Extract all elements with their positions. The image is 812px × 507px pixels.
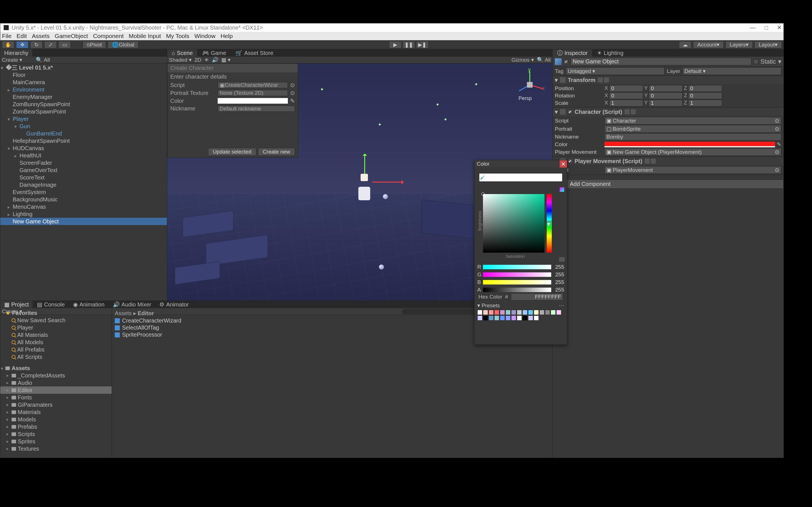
tab-scene[interactable]: ⌂ Scene <box>167 49 198 57</box>
preset-swatch[interactable] <box>534 316 539 321</box>
layout-dropdown[interactable]: Layout ▾ <box>755 41 782 48</box>
preset-swatch[interactable] <box>494 316 499 321</box>
character-script-field[interactable]: ▣ Character⊙ <box>605 117 781 124</box>
move-tool-icon[interactable]: ✥ <box>16 41 29 48</box>
titlebar[interactable]: Unity 5.x* - Level 01 5.x.unity - Nightm… <box>0 23 783 32</box>
hierarchy-item[interactable]: ▸Environment <box>0 86 167 93</box>
g-value[interactable]: 255 <box>553 272 564 278</box>
pos-x-input[interactable]: 0 <box>609 85 643 92</box>
menu-component[interactable]: Component <box>93 33 124 40</box>
help-icon[interactable] <box>645 159 650 164</box>
menu-window[interactable]: Window <box>194 33 215 40</box>
tab-lighting[interactable]: ☀ Lighting <box>592 49 628 57</box>
tab-assetstore[interactable]: 🛒 Asset Store <box>231 49 278 57</box>
character-enabled-checkbox[interactable]: ✔ <box>568 110 572 114</box>
scene-audio-icon[interactable]: 🔊 <box>212 57 218 63</box>
preset-swatch[interactable] <box>522 316 527 321</box>
r-value[interactable]: 255 <box>553 264 564 270</box>
preset-swatch[interactable] <box>556 310 561 315</box>
preset-swatch[interactable] <box>551 310 556 315</box>
preset-swatch[interactable] <box>517 316 522 321</box>
static-checkbox[interactable] <box>754 59 758 64</box>
close-icon[interactable]: ✕ <box>777 24 782 31</box>
character-playermovement-field[interactable]: ▣ New Game Object (PlayerMovement)⊙ <box>605 148 781 156</box>
menu-mobileinput[interactable]: Mobile Input <box>129 33 161 40</box>
wizard-color-swatch[interactable] <box>218 98 288 104</box>
b-slider[interactable] <box>483 280 551 284</box>
menu-mytools[interactable]: My Tools <box>166 33 189 40</box>
tab-console[interactable]: ▤ Console <box>33 301 69 308</box>
folder-item[interactable]: ▸Fonts <box>0 394 112 401</box>
help-icon[interactable] <box>598 77 603 82</box>
pause-button-icon[interactable]: ❚❚ <box>403 41 415 48</box>
scale-z-input[interactable]: 1 <box>688 100 722 107</box>
character-color-swatch[interactable] <box>605 142 775 147</box>
hierarchy-item[interactable]: GunBarrelEnd <box>0 130 167 137</box>
layers-dropdown[interactable]: Layers ▾ <box>725 41 753 48</box>
folder-item[interactable]: ▸_CompletedAssets <box>0 372 112 379</box>
preset-swatch[interactable] <box>489 316 494 321</box>
folder-item[interactable]: ▸Models <box>0 416 112 423</box>
folder-item[interactable]: ▸Textures <box>0 445 112 452</box>
account-dropdown[interactable]: Account ▾ <box>693 41 724 48</box>
character-nickname-input[interactable]: Bomby <box>605 133 781 140</box>
hierarchy-search[interactable]: 🔍 All <box>36 57 50 63</box>
scale-tool-icon[interactable]: ⤢ <box>44 41 57 48</box>
hierarchy-item[interactable]: ScreenFader <box>0 159 167 166</box>
hierarchy-item[interactable]: New Game Object <box>0 218 167 225</box>
colorpicker-title[interactable]: Color <box>474 160 567 168</box>
hierarchy-item[interactable]: Floor <box>0 71 167 78</box>
preset-swatch[interactable] <box>483 316 488 321</box>
preset-swatch[interactable] <box>500 310 505 315</box>
gear-icon[interactable] <box>631 109 636 114</box>
preset-swatch[interactable] <box>534 310 539 315</box>
hierarchy-item[interactable]: ZomBunnySpawnPoint <box>0 101 167 108</box>
colormode-icon[interactable] <box>560 187 564 192</box>
preset-swatch[interactable] <box>506 310 511 315</box>
wizard-update-button[interactable]: Update selected <box>208 148 256 156</box>
preset-swatch[interactable] <box>494 310 499 315</box>
favorite-item[interactable]: All Materials <box>0 331 112 339</box>
b-value[interactable]: 255 <box>553 279 564 285</box>
active-checkbox[interactable]: ✔ <box>564 59 568 64</box>
preset-swatch[interactable] <box>500 316 505 321</box>
hierarchy-item[interactable]: ▸Lighting <box>0 210 167 218</box>
preset-swatch[interactable] <box>477 316 483 321</box>
hierarchy-item[interactable]: BackgroundMusic <box>0 196 167 203</box>
gameobject-name-input[interactable]: New Game Object <box>571 58 751 65</box>
rot-x-input[interactable]: 0 <box>609 93 643 99</box>
orientation-gizmo-icon[interactable]: y x Persp <box>513 68 547 102</box>
hex-input[interactable]: FFFFFFFF <box>511 293 563 300</box>
gear-icon[interactable] <box>651 159 656 164</box>
layer-dropdown[interactable]: Default ▾ <box>682 67 781 75</box>
tab-project[interactable]: ▦ Project <box>0 301 33 308</box>
hierarchy-item[interactable]: ▸MenuCanvas <box>0 203 167 210</box>
favorite-item[interactable]: All Scripts <box>0 353 112 360</box>
sv-cursor-icon[interactable] <box>481 192 485 196</box>
hierarchy-item[interactable]: GameOverText <box>0 166 167 174</box>
rot-y-input[interactable]: 0 <box>649 93 682 99</box>
favorites-header[interactable]: ★Favorites <box>0 309 112 317</box>
slider-mode-icon[interactable] <box>559 257 565 262</box>
tab-animator[interactable]: ⚙ Animator <box>155 301 193 308</box>
saturation-value-field[interactable] <box>483 194 545 252</box>
player-character[interactable] <box>356 174 373 196</box>
hierarchy-item[interactable]: DamageImage <box>0 181 167 188</box>
hierarchy-item[interactable]: ▾Gun <box>0 122 167 130</box>
character-portrait-field[interactable]: ▢ BombSprite⊙ <box>605 125 781 133</box>
maximize-icon[interactable]: □ <box>765 24 768 31</box>
menu-help[interactable]: Help <box>220 33 233 40</box>
pos-z-input[interactable]: 0 <box>688 85 722 92</box>
scene-root[interactable]: ▾�三 Level 01 5.x* <box>0 64 167 71</box>
menu-edit[interactable]: Edit <box>17 33 27 40</box>
wizard-nickname-input[interactable]: Default nickname <box>218 106 295 112</box>
gizmo-y-axis-icon[interactable] <box>364 154 365 174</box>
playermove-script-field[interactable]: ▣ PlayerMovement⊙ <box>605 166 781 174</box>
scene-light-icon[interactable]: ☀ <box>204 57 209 63</box>
scale-y-input[interactable]: 1 <box>649 100 682 107</box>
menu-assets[interactable]: Assets <box>32 33 50 40</box>
g-slider[interactable] <box>483 272 551 277</box>
hierarchy-create-button[interactable]: Create ▾ <box>2 57 22 63</box>
eyedropper-icon[interactable]: ✎ <box>290 98 295 104</box>
preset-swatch[interactable] <box>477 310 483 315</box>
